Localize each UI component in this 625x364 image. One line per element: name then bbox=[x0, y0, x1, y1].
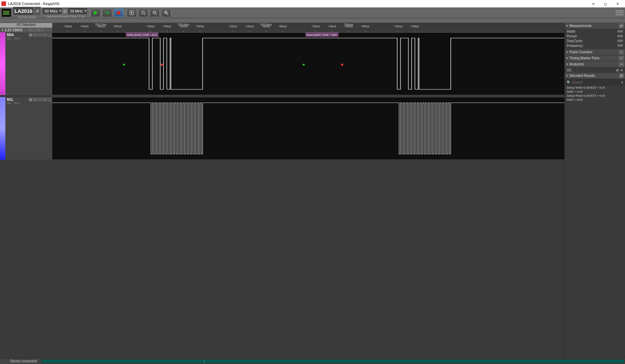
decoded-result-item[interactable]: 0x00 + ACK bbox=[565, 90, 625, 94]
decoded-results-list: Setup Write to [0xEE] + ACK0x00 + ACKSet… bbox=[565, 86, 625, 102]
svg-line-4 bbox=[144, 13, 146, 15]
decoded-settings-icon[interactable]: ⚙ bbox=[619, 73, 624, 78]
trigger-low-icon[interactable]: _ bbox=[47, 33, 52, 37]
analyzer-name: I2C bbox=[567, 68, 572, 72]
add-timing-marker-button[interactable]: + bbox=[619, 56, 624, 61]
zoom-fit-button[interactable] bbox=[138, 8, 148, 17]
analyzer-item[interactable]: I2C ⚙✕ bbox=[565, 67, 625, 73]
result-count: 4 bbox=[621, 81, 623, 84]
channel-gear-icon[interactable]: ⚙ bbox=[28, 98, 33, 101]
app-icon bbox=[1, 1, 6, 6]
minimize-button[interactable]: ━ bbox=[587, 0, 599, 7]
trigger-fall-icon[interactable]: ⎍ bbox=[42, 98, 47, 101]
main-toolbar: LA2016 ⚙ Normal Mode 50 MSa▼ @ 20 MHz▼ E… bbox=[0, 7, 625, 18]
logo-icon bbox=[1, 8, 11, 17]
close-button[interactable]: ✕ bbox=[612, 0, 624, 7]
status-bar: Device connected bbox=[0, 358, 625, 364]
svg-point-3 bbox=[142, 11, 144, 13]
at-label: @ bbox=[63, 9, 67, 13]
sample-count-select[interactable]: 50 MSa▼ bbox=[42, 7, 62, 15]
sample-rate-select[interactable]: 20 MHz▼ bbox=[67, 7, 88, 15]
time-ruler[interactable]: 703.7ms703.8ms703.9ms704ms+20us+40us+60u… bbox=[52, 23, 564, 32]
io-standard-value[interactable]: ▼ 3.3V CMOS → Vth:1.65 V bbox=[0, 28, 52, 32]
trigger-rise-icon[interactable]: ⎍ bbox=[33, 33, 37, 37]
device-mode: Normal Mode bbox=[13, 16, 41, 19]
empty-wave-area bbox=[52, 160, 564, 358]
zoom-in-button[interactable] bbox=[161, 8, 171, 17]
decoded-search: 🔍 4 bbox=[565, 79, 625, 86]
timing-markers-header[interactable]: ▼Timing Marker Pairs+ bbox=[565, 55, 625, 61]
decoded-results-header[interactable]: ▼Decoded Results⚙ bbox=[565, 73, 625, 79]
run-button[interactable] bbox=[91, 8, 101, 17]
decoded-result-item[interactable]: Setup Read to [0xEF] + ACK bbox=[565, 94, 625, 98]
measurements-header[interactable]: ▼Measurements⚙ bbox=[565, 23, 625, 29]
pulse-counters-header[interactable]: ▼Pulse Counters+ bbox=[565, 49, 625, 55]
window-titlebar: LA2016 Connected - KingstVIS ━ ◻ ✕ bbox=[0, 0, 625, 7]
trigger-dash-icon[interactable]: − bbox=[38, 33, 42, 37]
search-input[interactable] bbox=[572, 81, 621, 84]
decoded-result-item[interactable]: Setup Write to [0xEE] + ACK bbox=[565, 86, 625, 90]
capture-overview[interactable] bbox=[41, 359, 625, 363]
trigger-rise-icon[interactable]: ⎍ bbox=[33, 98, 37, 101]
svg-line-11 bbox=[167, 13, 169, 15]
add-analyzer-button[interactable]: + bbox=[619, 62, 624, 67]
measurements-table: Width:###Period:###DutyCycle:###Frequenc… bbox=[565, 29, 625, 49]
device-name: LA2016 bbox=[13, 7, 34, 16]
decoded-result-item[interactable]: 0x00 + NAK bbox=[565, 98, 625, 102]
channel-color-scl: 1 bbox=[0, 97, 5, 160]
window-title: LA2016 Connected - KingstVIS bbox=[8, 2, 59, 6]
trigger-fall-icon[interactable]: ⎍ bbox=[42, 33, 47, 37]
run-loop-button[interactable] bbox=[102, 8, 112, 17]
channel-toolbar: ⚙ ⎍ − ⎍ _ bbox=[28, 33, 52, 37]
channel-protocol: I2C - SCL bbox=[7, 101, 51, 105]
maximize-button[interactable]: ◻ bbox=[599, 0, 612, 7]
expected-time: Expected Sample Time: 2.5s bbox=[42, 15, 88, 18]
channel-color-sda: 0 bbox=[0, 32, 5, 95]
analyzers-header[interactable]: ▼Analyzers+ bbox=[565, 61, 625, 67]
menu-button[interactable] bbox=[616, 9, 624, 17]
status-text: Device connected bbox=[7, 358, 40, 364]
channel-gear-icon[interactable]: ⚙ bbox=[28, 33, 33, 37]
channel-label-sda[interactable]: 0 SDA I2C - SDA ⚙ ⎍ − ⎍ _ bbox=[0, 32, 52, 95]
waveform-sda[interactable]: Write [0xEE] 0x00 + ACK Read [0xEF] 0x00… bbox=[52, 32, 564, 95]
channel-label-scl[interactable]: 1 SCL I2C - SCL ⚙ ⎍ − ⎍ _ bbox=[0, 97, 52, 160]
toolbar-subrow bbox=[0, 18, 625, 23]
trigger-dash-icon[interactable]: − bbox=[38, 98, 42, 101]
analyzer-remove-icon[interactable]: ✕ bbox=[620, 68, 623, 72]
stop-button[interactable] bbox=[114, 8, 124, 17]
text-tool-button[interactable]: T bbox=[127, 8, 137, 17]
waveform-scl[interactable] bbox=[52, 97, 564, 160]
svg-rect-0 bbox=[117, 11, 121, 14]
search-icon: 🔍 bbox=[567, 81, 571, 84]
svg-line-7 bbox=[156, 13, 157, 15]
io-standard-header[interactable]: I/O Standard bbox=[0, 23, 52, 28]
zoom-out-button[interactable] bbox=[150, 8, 160, 17]
measurements-settings-icon[interactable]: ⚙ bbox=[619, 24, 624, 28]
analyzer-settings-icon[interactable]: ⚙ bbox=[616, 68, 619, 72]
channel-protocol: I2C - SDA bbox=[7, 37, 51, 40]
svg-text:T: T bbox=[131, 11, 133, 14]
channel-toolbar: ⚙ ⎍ − ⎍ _ bbox=[28, 98, 52, 101]
side-panel: ▼Measurements⚙ Width:###Period:###DutyCy… bbox=[564, 23, 625, 358]
trigger-low-icon[interactable]: _ bbox=[47, 98, 52, 101]
add-pulse-counter-button[interactable]: + bbox=[619, 50, 624, 55]
device-settings-button[interactable]: ⚙ bbox=[34, 7, 41, 16]
